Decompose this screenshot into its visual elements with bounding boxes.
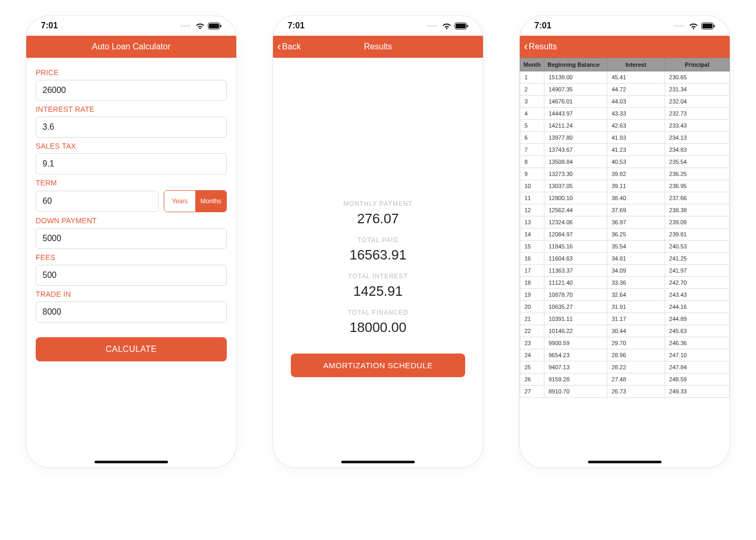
wifi-icon: [442, 23, 452, 29]
table-cell: 241.97: [665, 265, 729, 277]
svg-rect-7: [702, 24, 712, 28]
table-row: 2210146.2230.44245.63: [520, 325, 730, 337]
table-cell: 31.17: [607, 313, 665, 325]
table-cell: 246.36: [665, 337, 729, 349]
navbar: ‹ Results: [520, 36, 730, 58]
fees-input[interactable]: [36, 265, 227, 286]
table-row: 1013037.0539.11236.95: [520, 180, 730, 192]
table-row: 713743.6741.23234.83: [520, 144, 730, 156]
back-label: Back: [282, 42, 301, 51]
status-icons: [181, 23, 222, 29]
table-cell: 12562.44: [544, 204, 607, 216]
table-cell: 13: [520, 216, 544, 229]
interest-label: INTEREST RATE: [36, 105, 227, 113]
table-cell: 30.44: [607, 325, 665, 337]
table-cell: 8910.70: [544, 386, 607, 398]
table-cell: 247.10: [665, 349, 729, 361]
table-row: 2010635.2731.91244.16: [520, 301, 730, 313]
table-row: 115138.0045.41230.65: [520, 71, 730, 84]
table-cell: 8: [520, 156, 544, 168]
amortization-table-wrap[interactable]: Month Beginning Balance Interest Princip…: [520, 58, 730, 468]
table-cell: 11121.40: [544, 277, 607, 289]
home-indicator[interactable]: [341, 461, 415, 463]
term-years-button[interactable]: Years: [164, 191, 195, 212]
amortization-table: Month Beginning Balance Interest Princip…: [520, 58, 730, 398]
table-cell: 10635.27: [544, 301, 607, 313]
status-bar: 7:01: [520, 16, 730, 36]
term-unit-toggle: Years Months: [164, 190, 227, 212]
term-input[interactable]: [36, 191, 159, 212]
table-row: 613977.8041.93234.13: [520, 132, 730, 144]
table-row: 269159.2827.48248.59: [520, 373, 730, 386]
down-input[interactable]: [36, 228, 227, 249]
table-cell: 7: [520, 144, 544, 156]
table-cell: 32.64: [607, 289, 665, 301]
wifi-icon: [195, 23, 205, 29]
table-cell: 240.53: [665, 241, 729, 253]
table-cell: 11604.63: [544, 253, 607, 265]
table-cell: 5: [520, 120, 544, 132]
table-cell: 249.33: [665, 386, 729, 398]
home-indicator[interactable]: [94, 461, 168, 463]
table-cell: 4: [520, 108, 544, 120]
table-cell: 44.72: [607, 84, 665, 96]
cellular-icon: [427, 25, 437, 27]
status-bar: 7:01: [273, 16, 483, 36]
table-cell: 22: [520, 325, 544, 337]
fees-label: FEES: [36, 253, 227, 262]
total-interest-value: 1425.91: [353, 283, 403, 299]
table-cell: 36.25: [607, 229, 665, 241]
table-cell: 238.38: [665, 204, 729, 216]
table-cell: 31.91: [607, 301, 665, 313]
table-cell: 234.13: [665, 132, 729, 144]
amortization-button[interactable]: AMORTIZATION SCHEDULE: [291, 354, 465, 377]
table-cell: 9: [520, 168, 544, 180]
salestax-input[interactable]: [36, 153, 227, 174]
table-cell: 26.73: [607, 386, 665, 398]
calculate-button[interactable]: CALCULATE: [36, 337, 227, 361]
table-cell: 15: [520, 241, 544, 253]
table-cell: 3: [520, 96, 544, 108]
price-input[interactable]: [36, 80, 227, 101]
table-cell: 27.48: [607, 373, 665, 386]
table-cell: 247.84: [665, 361, 729, 373]
results-screen: 7:01 ‹ Back Results MONTHLY PAYMENT 276.…: [273, 16, 483, 468]
tradein-label: TRADE IN: [36, 290, 227, 298]
table-cell: 17: [520, 265, 544, 277]
table-cell: 14676.01: [544, 96, 607, 108]
table-row: 259407.1328.22247.84: [520, 361, 730, 373]
table-cell: 13037.05: [544, 180, 607, 192]
table-row: 239900.5929.70246.36: [520, 337, 730, 349]
table-cell: 234.83: [665, 144, 729, 156]
home-indicator[interactable]: [588, 461, 662, 463]
table-cell: 24: [520, 349, 544, 361]
interest-input[interactable]: [36, 117, 227, 138]
tradein-input[interactable]: [36, 302, 227, 323]
table-cell: 13508.84: [544, 156, 607, 168]
term-months-button[interactable]: Months: [195, 191, 226, 212]
back-button[interactable]: ‹ Back: [277, 36, 301, 58]
table-row: 1910878.7032.64243.43: [520, 289, 730, 301]
cellular-icon: [674, 25, 684, 27]
table-cell: 9900.59: [544, 337, 607, 349]
table-cell: 40.53: [607, 156, 665, 168]
status-icons: [427, 23, 468, 29]
salestax-label: SALES TAX: [36, 142, 227, 150]
back-button[interactable]: ‹ Results: [524, 41, 557, 53]
page-title: Results: [364, 42, 392, 51]
svg-rect-4: [456, 24, 466, 28]
table-cell: 14443.97: [544, 108, 607, 120]
table-cell: 9407.13: [544, 361, 607, 373]
table-row: 1212562.4437.69238.38: [520, 204, 730, 216]
table-cell: 242.70: [665, 277, 729, 289]
table-cell: 20: [520, 301, 544, 313]
table-cell: 6: [520, 132, 544, 144]
table-cell: 239.81: [665, 229, 729, 241]
table-cell: 36.97: [607, 216, 665, 229]
table-cell: 12084.97: [544, 229, 607, 241]
table-cell: 25: [520, 361, 544, 373]
table-row: 314676.0144.03232.04: [520, 96, 730, 108]
table-cell: 230.65: [665, 71, 729, 84]
navbar: Auto Loan Calculator: [26, 36, 236, 58]
down-label: DOWN PAYMENT: [36, 216, 227, 225]
